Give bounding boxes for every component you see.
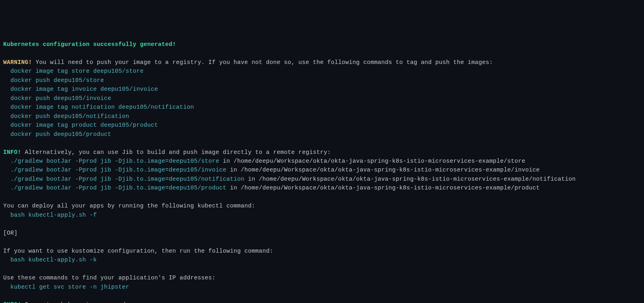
gradle-path: in /home/deepu/Workspace/okta/okta-java-… <box>226 167 540 173</box>
kustomize-text: If you want to use kustomize configurati… <box>3 248 273 254</box>
docker-cmd: docker push deepu105/store <box>3 77 104 84</box>
gradle-path: in /home/deepu/Workspace/okta/okta-java-… <box>226 185 540 191</box>
gradle-path: in /home/deepu/Workspace/okta/okta-java-… <box>219 158 525 164</box>
gradle-path: in /home/deepu/Workspace/okta/okta-java-… <box>244 176 576 182</box>
gradle-cmd: ./gradlew bootJar -Pprod jib -Djib.to.im… <box>3 158 219 164</box>
ip-text: Use these commands to find your applicat… <box>3 275 216 281</box>
docker-cmd: docker image tag product deepu105/produc… <box>3 122 158 128</box>
docker-cmd: docker push deepu105/invoice <box>3 95 111 102</box>
or-separator: [OR] <box>3 230 18 236</box>
docker-cmd: docker push deepu105/notification <box>3 113 129 120</box>
docker-cmd: docker push deepu105/product <box>3 131 111 138</box>
gradle-cmd: ./gradlew bootJar -Pprod jib -Djib.to.im… <box>3 176 244 182</box>
docker-cmd: docker image tag invoice deepu105/invoic… <box>3 86 158 92</box>
info-succeed-text: Generator kubernetes succeed <box>21 301 126 303</box>
gradle-cmd: ./gradlew bootJar -Pprod jib -Djib.to.im… <box>3 185 226 191</box>
success-header: Kubernetes configuration successfully ge… <box>3 41 176 48</box>
docker-cmd: docker image tag store deepu105/store <box>3 68 144 74</box>
info-label: INFO! <box>3 301 21 303</box>
gradle-cmd: ./gradlew bootJar -Pprod jib -Djib.to.im… <box>3 167 226 173</box>
deploy-cmd: bash kubectl-apply.sh -f <box>3 212 97 218</box>
warning-text: You will need to push your image to a re… <box>32 59 493 66</box>
warning-label: WARNING! <box>3 59 32 66</box>
info-label: INFO! <box>3 149 21 155</box>
ip-cmd: kubectl get svc store -n jhipster <box>3 284 129 290</box>
info-text: Alternatively, you can use Jib to build … <box>21 149 331 155</box>
terminal-output: Kubernetes configuration successfully ge… <box>3 40 641 303</box>
docker-cmd: docker image tag notification deepu105/n… <box>3 104 194 110</box>
kustomize-cmd: bash kubectl-apply.sh -k <box>3 257 97 263</box>
deploy-text: You can deploy all your apps by running … <box>3 203 255 209</box>
